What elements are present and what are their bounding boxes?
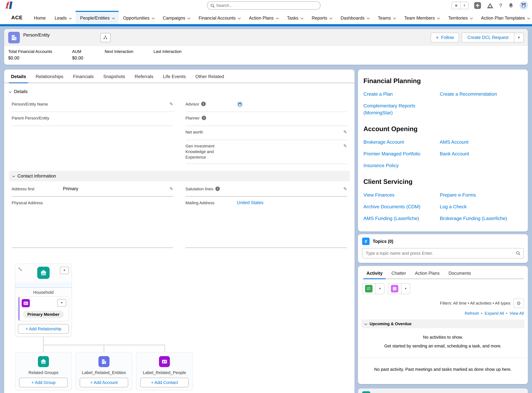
past-activity-empty-state: No past activity. Past meetings and task… xyxy=(362,358,524,384)
legal-holds-card[interactable]: Legal Holds (0) xyxy=(358,388,528,393)
upcoming-overdue-header[interactable]: Upcoming & Overdue xyxy=(361,319,524,328)
tab-activity[interactable]: Activity xyxy=(362,267,387,279)
edit-icon[interactable]: ✎ xyxy=(170,101,173,107)
nav-tab-action-plans[interactable]: Action Plans xyxy=(245,11,282,24)
app-launcher-icon[interactable] xyxy=(3,15,5,20)
view-all-link[interactable]: View All xyxy=(510,311,524,316)
search-icon xyxy=(516,251,519,254)
nav-tab-people-entities[interactable]: People/Entities xyxy=(75,11,119,24)
record-tabs: Details Relationships Financials Snapsho… xyxy=(4,69,355,83)
add-relationship-button[interactable]: + Add Relationship xyxy=(18,324,69,334)
edit-icon[interactable]: ✎ xyxy=(343,129,347,135)
link-create-a-recommendation[interactable]: Create a Recommendation xyxy=(440,91,497,97)
section-details[interactable]: Details xyxy=(4,83,355,97)
link-brokerage-funding[interactable]: Brokerage Funding (Laserfiche) xyxy=(440,216,507,221)
record-detail-panel: Details Relationships Financials Snapsho… xyxy=(4,69,355,393)
nav-tab-opportunities[interactable]: Opportunities xyxy=(119,11,158,24)
nav-tab-campaigns[interactable]: Campaigns xyxy=(158,11,194,24)
link-archive-documents[interactable]: Archive Documents (CDM) xyxy=(363,204,420,209)
add-contact-button[interactable]: + Add Contact xyxy=(140,378,189,387)
section-contact-information[interactable]: Contact information xyxy=(9,171,350,182)
member-menu-button[interactable]: ▼ xyxy=(57,299,66,307)
notifications-icon[interactable] xyxy=(508,2,514,9)
field-gen-investment: Gen Investment Knowledge and Experience … xyxy=(186,140,347,164)
nav-tab-home[interactable]: Home xyxy=(30,11,50,24)
topics-input[interactable] xyxy=(362,248,524,258)
star-icon[interactable]: ★ xyxy=(452,2,460,9)
tab-financials[interactable]: Financials xyxy=(68,69,98,83)
collapse-icon[interactable] xyxy=(18,267,22,273)
link-bank-account[interactable]: Bank Account xyxy=(440,151,469,156)
mailing-address-link[interactable]: United States xyxy=(237,200,263,205)
user-avatar[interactable] xyxy=(520,1,528,10)
edit-icon[interactable]: ✎ xyxy=(170,186,173,192)
tab-other-related[interactable]: Other Related xyxy=(191,69,229,83)
edit-icon[interactable]: ✎ xyxy=(343,143,347,148)
search-icon xyxy=(211,4,214,7)
tab-snapshots[interactable]: Snapshots xyxy=(98,69,130,83)
edit-icon[interactable]: ✎ xyxy=(343,186,347,192)
expand-all-link[interactable]: Expand All xyxy=(485,311,504,316)
tab-referrals[interactable]: Referrals xyxy=(130,69,158,83)
tab-details[interactable]: Details xyxy=(6,69,31,83)
create-dcl-request-button[interactable]: Create DCL Request ▼ xyxy=(462,33,524,42)
tab-documents[interactable]: Documents xyxy=(444,267,475,279)
related-people-label: Label_Related_People xyxy=(143,370,186,375)
tab-action-plans[interactable]: Action Plans xyxy=(411,267,444,279)
info-icon[interactable]: i xyxy=(215,187,220,191)
nav-tab-tasks[interactable]: Tasks xyxy=(282,11,307,24)
topics-icon: # xyxy=(362,238,370,245)
household-card[interactable]: ▼ Household ▼ Primary Member + Add Relat… xyxy=(15,264,72,337)
nav-tab-reports[interactable]: Reports xyxy=(307,11,336,24)
advisor-avatar[interactable] xyxy=(237,101,243,108)
household-highlight xyxy=(15,282,71,288)
add-account-button[interactable]: + Add Account xyxy=(80,378,128,387)
search-input[interactable]: Search... xyxy=(207,1,321,10)
nav-tab-financial-accounts[interactable]: Financial Accounts xyxy=(194,11,245,24)
help-icon[interactable]: ? xyxy=(499,3,502,8)
task-caret[interactable]: ▼ xyxy=(375,284,384,294)
new-task-button[interactable]: ▼ xyxy=(362,283,385,294)
nav-tab-leads[interactable]: Leads xyxy=(50,11,75,24)
hierarchy-button[interactable] xyxy=(100,33,110,42)
record-type-label: Person/Entity xyxy=(23,33,50,38)
actions-caret[interactable]: ▼ xyxy=(514,33,524,42)
nav-tab-territories[interactable]: Territories xyxy=(444,11,477,24)
follow-button[interactable]: +Follow xyxy=(431,33,459,42)
link-ams-account[interactable]: AMS Account xyxy=(440,139,468,145)
refresh-link[interactable]: Refresh xyxy=(465,311,479,316)
info-icon[interactable]: i xyxy=(202,116,206,120)
field-salutation-lines: Salutation linesi ✎ xyxy=(186,183,347,197)
tab-life-events[interactable]: Life Events xyxy=(158,69,191,83)
link-create-a-plan[interactable]: Create a Plan xyxy=(363,91,393,97)
guidance-icon[interactable] xyxy=(487,3,493,8)
link-prepare-e-forms[interactable]: Prepare e-Forms xyxy=(440,192,476,197)
primary-member-card[interactable]: ▼ Primary Member xyxy=(18,296,69,321)
add-group-button[interactable]: + Add Group xyxy=(19,378,68,387)
nav-tab-dashboards[interactable]: Dashboards xyxy=(336,11,373,24)
link-complementary-reports[interactable]: Complementary Reports (MorningStar) xyxy=(363,103,415,115)
link-log-a-check[interactable]: Log a Check xyxy=(440,204,467,209)
chevron-down-icon xyxy=(238,16,241,19)
nav-tab-action-plan-templates[interactable]: Action Plan Templates xyxy=(477,11,532,24)
favorites-button[interactable]: ★ ▼ xyxy=(452,2,468,9)
link-premier-managed-portfolio[interactable]: Premier Managed Portfolio xyxy=(363,151,420,156)
household-menu-button[interactable]: ▼ xyxy=(60,267,69,274)
field-physical-address: Physical Address xyxy=(12,197,173,248)
quick-create-icon[interactable] xyxy=(474,2,481,9)
link-insurance-policy[interactable]: Insurance Policy xyxy=(363,163,399,168)
event-caret[interactable]: ▼ xyxy=(401,284,410,294)
nav-tab-teams[interactable]: Teams xyxy=(373,11,400,24)
tab-chatter[interactable]: Chatter xyxy=(387,267,411,279)
new-event-button[interactable]: ▼ xyxy=(388,283,410,294)
chevron-down-icon xyxy=(276,16,279,19)
link-view-finances[interactable]: View Finances xyxy=(363,192,395,197)
filter-settings-button[interactable]: ⚙ xyxy=(513,299,524,308)
favorites-caret[interactable]: ▼ xyxy=(460,2,468,9)
info-icon[interactable]: i xyxy=(201,102,206,106)
link-ams-funding[interactable]: AMS Funding (Laserfiche) xyxy=(363,216,419,221)
link-brokerage-account[interactable]: Brokerage Account xyxy=(363,139,404,145)
tab-relationships[interactable]: Relationships xyxy=(31,69,68,83)
nav-tab-team-members[interactable]: Team Members xyxy=(400,11,444,24)
chevron-down-icon xyxy=(112,16,115,19)
